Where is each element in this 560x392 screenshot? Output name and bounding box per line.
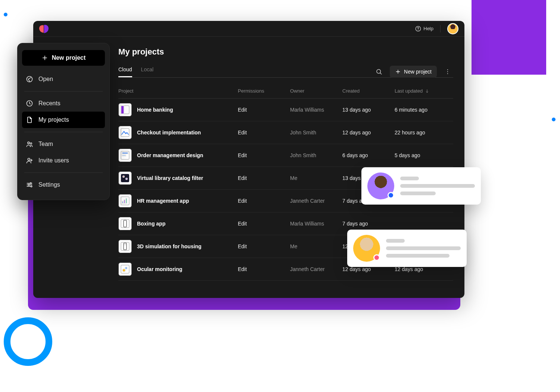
project-name: Virtual library catalog filter <box>137 175 203 181</box>
decor-purple-square <box>472 0 546 75</box>
cell-permissions: Edit <box>238 175 290 181</box>
cell-owner: Janneth Carter <box>290 198 342 204</box>
project-name: 3D simulation for housing <box>137 243 202 249</box>
search-icon <box>376 68 382 75</box>
table-header: Project Permissions Owner Created Last u… <box>118 88 453 99</box>
project-name: Ocular monitoring <box>137 266 182 272</box>
svg-point-32 <box>30 183 31 184</box>
arrow-down-icon <box>425 89 429 93</box>
team-icon <box>26 140 33 148</box>
divider <box>24 132 103 132</box>
project-name: Order management design <box>137 152 203 158</box>
col-created[interactable]: Created <box>342 88 395 94</box>
tabs: Cloud Local <box>118 66 153 77</box>
more-menu-button[interactable] <box>442 66 453 77</box>
decor-dot <box>552 118 556 121</box>
help-link[interactable]: Help <box>415 26 433 32</box>
project-name: HR management app <box>137 198 189 204</box>
svg-point-29 <box>28 142 29 144</box>
sidebar-item-my-projects[interactable]: My projects <box>22 112 105 128</box>
user-plus-icon <box>26 157 33 164</box>
divider <box>24 172 103 173</box>
cell-owner: Janneth Carter <box>290 266 342 272</box>
svg-point-33 <box>28 184 29 185</box>
project-thumbnail <box>118 194 132 208</box>
col-project[interactable]: Project <box>118 88 238 94</box>
svg-rect-17 <box>124 200 125 203</box>
search-button[interactable] <box>373 66 385 77</box>
sidebar-item-open[interactable]: Open <box>22 71 105 87</box>
help-icon <box>415 26 421 32</box>
new-project-button[interactable]: New project <box>390 66 437 78</box>
table-row[interactable]: Checkout implementation Edit John Smith … <box>118 121 453 144</box>
svg-rect-21 <box>121 242 129 251</box>
svg-rect-19 <box>121 220 129 228</box>
project-thumbnail <box>118 171 132 185</box>
page-title: My projects <box>118 47 453 57</box>
sidebar-item-settings[interactable]: Settings <box>22 177 105 193</box>
avatar <box>353 235 380 262</box>
project-thumbnail <box>118 149 132 162</box>
table-row[interactable]: Home banking Edit Marla Williams 13 days… <box>118 99 453 121</box>
svg-point-3 <box>447 69 448 70</box>
help-label: Help <box>423 26 433 31</box>
col-last-updated[interactable]: Last updated <box>395 88 454 94</box>
col-owner[interactable]: Owner <box>290 88 342 94</box>
svg-rect-16 <box>122 201 123 203</box>
document-icon <box>26 116 33 124</box>
cell-owner: Marla Williams <box>290 107 342 113</box>
project-name: Home banking <box>137 107 173 113</box>
svg-point-2 <box>377 69 381 74</box>
more-vertical-icon <box>444 68 451 75</box>
cell-created: 13 days ago <box>342 107 395 113</box>
placeholder-lines <box>386 239 461 258</box>
svg-point-34 <box>31 186 32 187</box>
user-card <box>361 167 481 205</box>
cell-permissions: Edit <box>238 221 290 227</box>
cell-owner: John Smith <box>290 130 342 136</box>
sidebar-item-invite-users[interactable]: Invite users <box>22 152 105 169</box>
cell-permissions: Edit <box>238 130 290 136</box>
project-thumbnail <box>118 240 132 253</box>
cell-updated: 12 days ago <box>395 266 454 272</box>
cell-created: 7 days ago <box>342 221 395 227</box>
open-icon <box>26 75 33 83</box>
new-project-label: New project <box>404 69 432 75</box>
sidebar-panel: New project Open Recents My projects Tea… <box>17 43 110 200</box>
cell-permissions: Edit <box>238 243 290 249</box>
svg-point-13 <box>123 176 124 177</box>
svg-rect-23 <box>124 244 126 245</box>
cell-permissions: Edit <box>238 107 290 113</box>
app-logo[interactable] <box>39 25 49 33</box>
sidebar-item-recents[interactable]: Recents <box>22 95 105 112</box>
cell-created: 6 days ago <box>342 152 395 158</box>
cell-created: 12 days ago <box>342 266 395 272</box>
decor-ring <box>4 317 52 366</box>
project-thumbnail <box>118 126 132 139</box>
divider <box>24 91 103 91</box>
clock-icon <box>26 100 33 107</box>
sidebar-new-project-button[interactable]: New project <box>22 50 105 66</box>
svg-point-1 <box>418 30 419 30</box>
tab-cloud[interactable]: Cloud <box>118 66 132 77</box>
divider <box>440 25 441 32</box>
cell-owner: Me <box>290 175 342 181</box>
cell-updated: 6 minutes ago <box>395 107 454 113</box>
titlebar: Help <box>33 21 464 37</box>
svg-point-5 <box>447 73 448 74</box>
tab-local[interactable]: Local <box>141 66 153 77</box>
project-thumbnail <box>118 217 132 230</box>
project-name: Boxing app <box>137 221 165 227</box>
svg-point-25 <box>122 269 125 272</box>
plus-icon <box>395 69 401 75</box>
col-permissions[interactable]: Permissions <box>238 88 290 94</box>
user-avatar[interactable] <box>447 23 458 34</box>
svg-rect-12 <box>121 174 129 182</box>
table-row[interactable]: Order management design Edit John Smith … <box>118 144 453 167</box>
plus-icon <box>41 55 48 61</box>
cell-permissions: Edit <box>238 198 290 204</box>
sliders-icon <box>26 181 33 189</box>
svg-point-31 <box>28 158 30 161</box>
sidebar-item-team[interactable]: Team <box>22 136 105 152</box>
avatar <box>367 172 394 199</box>
